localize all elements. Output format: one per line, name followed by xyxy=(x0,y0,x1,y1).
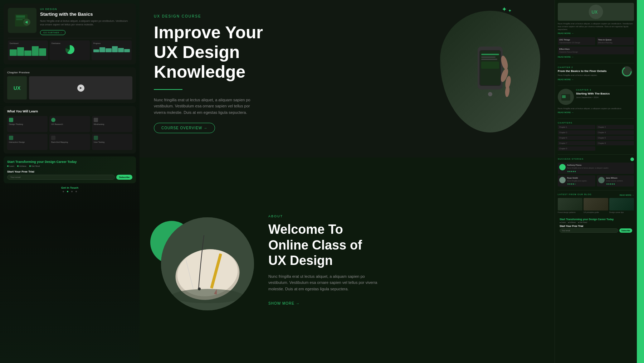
chapter-item-5[interactable]: Chapter 5 xyxy=(558,136,595,140)
hero-heading: Improve Your UX Design Knowledge xyxy=(154,23,429,82)
blog-post-2[interactable]: UX principles guide xyxy=(584,198,608,213)
chapter-item-7[interactable]: Chapter 7 xyxy=(558,141,595,145)
hero-description: Nunc fringilla erat ut lectus aliquet, a… xyxy=(40,19,132,26)
starting-title: Starting With The Basics xyxy=(576,92,634,96)
topics-row-1: UX1 Things Transformative UX Design Time… xyxy=(558,37,634,45)
arrow-icon-2: → xyxy=(571,56,574,58)
cta-card: Start Transforming your Design Career To… xyxy=(4,156,136,183)
right-cta: Start Transforming your Design Career To… xyxy=(558,216,634,234)
hero-title: Starting with the Basics xyxy=(40,11,132,18)
chapter-item-2[interactable]: Chapter 2 xyxy=(596,125,634,129)
link-icon-2 xyxy=(51,118,55,122)
pie-chart xyxy=(65,45,74,54)
read-more-text-2: READ MORE xyxy=(558,56,571,58)
testimonial-name-3: Jane Wilson xyxy=(606,177,623,179)
blog-see-more[interactable]: READ MORE → xyxy=(620,194,634,196)
course-overview-button[interactable]: COURSE OVERVIEW → xyxy=(154,123,215,133)
blog-label: Latest From Our blog xyxy=(558,193,592,195)
chapter-item-9[interactable]: Chapter 9 xyxy=(558,146,595,151)
blog-image-2 xyxy=(584,198,608,210)
success-accent xyxy=(630,158,634,161)
svg-rect-9 xyxy=(481,57,496,58)
free-trial-label: Start Your Free Trial xyxy=(7,170,132,173)
show-more-button[interactable]: SHOW MORE → xyxy=(268,301,300,305)
subscribe-button[interactable]: Subscribe xyxy=(116,175,132,180)
testimonial-3: Jane Wilson Great course content. ★★★★★ xyxy=(597,175,634,187)
cta-item-label-1: Learn xyxy=(9,165,14,167)
avatar-3 xyxy=(598,177,605,183)
right-email-input[interactable] xyxy=(560,228,618,233)
read-more-link-4[interactable]: READ MORE → xyxy=(558,111,634,113)
cta-items: Learn Achieve Get Hired xyxy=(7,165,132,167)
link-icon-3 xyxy=(94,118,98,122)
chapters-label: Chapters xyxy=(558,122,634,124)
read-more-link-3[interactable]: READ MORE → xyxy=(558,78,634,81)
topic-card-2: Time in Queue Effective Planning xyxy=(597,37,634,45)
right-cta-items: ● Learn ● Achieve ● Get Hired xyxy=(560,221,632,223)
phone-illustration xyxy=(440,11,540,132)
wyl-text-1: Design Thinking xyxy=(9,123,46,126)
about-title-line2: Online Class of xyxy=(268,238,362,252)
chapter-item-1[interactable]: Chapter 1 xyxy=(558,125,595,129)
topic-title-2: Time in Queue xyxy=(598,39,633,41)
basics-section: Chapter 2 From the Basics to the Finer D… xyxy=(558,66,634,86)
blog-image-1 xyxy=(558,198,582,210)
testimonial-text-1: Nunc fringilla erat ut lectus aliquet, a… xyxy=(567,167,609,169)
right-inner: UX Nunc fringilla erat ut lectus aliquet… xyxy=(558,3,634,360)
nav-dot-4[interactable] xyxy=(75,191,77,192)
cta-title: Start Transforming your Design Career To… xyxy=(7,160,132,164)
wyl-item-1: Design Thinking xyxy=(7,116,48,132)
blog-post-1[interactable]: Forest design patterns xyxy=(558,198,582,213)
nav-dot-3[interactable] xyxy=(71,191,73,192)
wyl-grid: Design Thinking UX Research Wireframing … xyxy=(7,116,132,150)
chapter-images: UX ▶ xyxy=(7,76,132,100)
intro-section: Nunc fringilla erat ut lectus aliquet, a… xyxy=(558,23,634,63)
ux-text: UX xyxy=(14,85,20,91)
testimonials-row: Ryan Smith Nunc fringilla erat sapien. ★… xyxy=(558,175,634,188)
blog-post-3[interactable]: Design career tips xyxy=(609,198,634,213)
hero-title-line2: UX Design xyxy=(154,43,240,62)
read-more-link-1[interactable]: READ MORE → xyxy=(558,32,634,34)
chapters-section: Chapters Chapter 1 Chapter 2 Chapter 3 C… xyxy=(558,122,634,155)
right-panel-wrapper: UX Nunc fringilla erat ut lectus aliquet… xyxy=(555,0,644,363)
hero-card: UX Design Starting with the Basics Nunc … xyxy=(4,4,136,64)
wyl-text-6: User Testing xyxy=(94,141,131,144)
what-you-learn-section: What You Will Learn Design Thinking UX R… xyxy=(4,106,136,154)
about-title-line1: Welcome To xyxy=(268,222,343,237)
testimonial-name-2: Ryan Smith xyxy=(567,177,587,179)
stars-3: ★★★★★ xyxy=(606,183,623,185)
svg-rect-10 xyxy=(481,59,497,60)
map-icon xyxy=(94,136,98,140)
nav-dot-1[interactable] xyxy=(63,191,64,192)
topic-desc-1: Transformative UX Design xyxy=(559,42,594,44)
nav-dot-2[interactable] xyxy=(67,191,68,192)
chapter-item-8[interactable]: Chapter 8 xyxy=(596,141,634,145)
svg-rect-8 xyxy=(481,54,499,55)
read-more-link-2[interactable]: READ MORE → xyxy=(558,56,634,58)
starting-label: Chapter 3 xyxy=(576,89,634,91)
svg-text:UX: UX xyxy=(592,10,598,15)
topic-title-3: Effect Here xyxy=(559,48,633,50)
right-subscribe-button[interactable]: Subscribe xyxy=(619,228,632,233)
sparkline-chart xyxy=(93,45,130,52)
chapter-item-3[interactable]: Chapter 3 xyxy=(558,130,595,135)
about-content: ABOUT Welcome To Online Class of UX Desi… xyxy=(268,214,540,306)
ux-course-label: UX DESIGN COURSE xyxy=(154,14,429,18)
hero-image xyxy=(440,11,540,132)
hero-cta-button[interactable]: GO FURTHER → xyxy=(40,30,65,35)
success-header: Success Stories xyxy=(558,158,634,161)
chapter-video-preview[interactable]: ▶ xyxy=(29,76,132,100)
hero-underline xyxy=(154,89,182,90)
basics-title: From the Basics to the Finer Details xyxy=(558,69,619,73)
topic-card-1: UX1 Things Transformative UX Design xyxy=(558,37,595,45)
email-input[interactable] xyxy=(7,175,115,180)
chapter-item-6[interactable]: Chapter 6 xyxy=(596,136,634,140)
stats-card-1: Dashboard xyxy=(8,40,48,60)
play-button[interactable]: ▶ xyxy=(77,84,84,92)
screen-icon xyxy=(9,136,13,140)
stars-2: ★★★★☆ xyxy=(567,183,587,185)
chapter-preview-card: Chapter Preview UX ▶ xyxy=(4,67,136,103)
chapter-item-4[interactable]: Chapter 4 xyxy=(596,130,634,135)
stats-card-3: Progress xyxy=(92,40,132,60)
success-label: Success Stories xyxy=(558,158,584,160)
